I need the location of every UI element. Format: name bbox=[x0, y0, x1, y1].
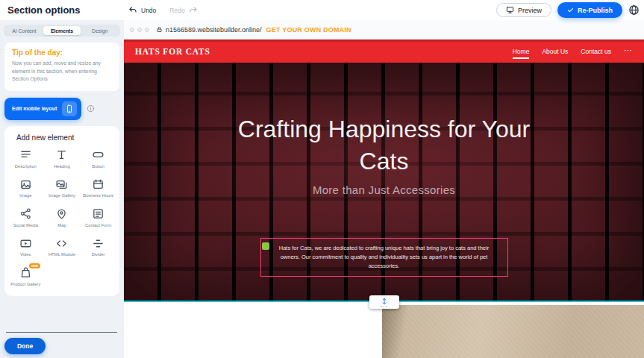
tab-design[interactable]: Design bbox=[81, 26, 119, 35]
element-video[interactable]: Video bbox=[7, 236, 44, 258]
code-icon bbox=[55, 236, 68, 250]
redo-icon[interactable] bbox=[189, 6, 198, 15]
window-dot-icon bbox=[145, 28, 149, 32]
element-grid: Description Heading Button Image bbox=[7, 148, 116, 288]
next-section-image[interactable] bbox=[382, 305, 644, 358]
nav-home[interactable]: Home bbox=[513, 44, 530, 59]
check-icon bbox=[567, 7, 574, 13]
history-controls: Undo Redo bbox=[128, 0, 198, 20]
element-image-gallery[interactable]: Image Gallery bbox=[44, 178, 81, 199]
republish-button[interactable]: Re-Publish bbox=[557, 2, 622, 18]
site-logo[interactable]: HATS FOR CATS bbox=[135, 47, 210, 56]
element-html-module[interactable]: HTML Module bbox=[44, 236, 81, 258]
element-image[interactable]: Image bbox=[7, 178, 44, 199]
globe-icon[interactable] bbox=[628, 4, 640, 16]
done-button[interactable]: Done bbox=[4, 338, 46, 354]
pin-icon bbox=[55, 207, 68, 221]
nav-about[interactable]: About Us bbox=[542, 44, 568, 59]
text-lines-icon bbox=[19, 148, 32, 162]
element-social-media[interactable]: Social Media bbox=[7, 207, 44, 229]
site-header: HATS FOR CATS Home About Us Contact us ⋯ bbox=[124, 40, 644, 63]
site-url: n1566589.websitebuilder.online/ bbox=[166, 26, 262, 34]
resize-arrows-icon bbox=[381, 298, 388, 305]
window-dot-icon bbox=[137, 28, 142, 32]
lock-icon bbox=[156, 26, 163, 33]
preview-button[interactable]: Preview bbox=[496, 3, 551, 17]
topbar: Section options Undo Redo Preview Re-Pub… bbox=[0, 0, 644, 20]
heading-icon bbox=[55, 148, 68, 162]
edit-mobile-layout-button[interactable]: Edit mobile layout bbox=[4, 98, 81, 120]
element-contact-form[interactable]: Contact Form bbox=[80, 207, 116, 229]
window-dot-icon bbox=[130, 28, 134, 32]
phone-icon bbox=[62, 101, 77, 116]
tab-ai-content[interactable]: AI Content bbox=[5, 26, 43, 35]
element-description[interactable]: Description bbox=[7, 148, 44, 170]
site-viewport: HATS FOR CATS Home About Us Contact us ⋯… bbox=[124, 40, 644, 358]
tip-card: Tip of the day: Now you can add, move an… bbox=[4, 43, 119, 91]
tip-body: Now you can add, move and resize any ele… bbox=[12, 60, 112, 84]
mobile-layout-row: Edit mobile layout bbox=[4, 98, 119, 120]
tab-elements[interactable]: Elements bbox=[43, 26, 81, 35]
preview-area: n1566589.websitebuilder.online/ GET YOUR… bbox=[124, 20, 644, 358]
add-element-panel: Add new element Description Heading Butt… bbox=[4, 126, 119, 297]
site-nav: Home About Us Contact us ⋯ bbox=[513, 44, 633, 59]
add-panel-title: Add new element bbox=[16, 134, 116, 142]
hero-paragraph: Hats for Cats, we are dedicated to craft… bbox=[271, 244, 498, 271]
hero-heading[interactable]: Crafting Happiness for Your Cats bbox=[220, 113, 548, 177]
hours-icon bbox=[92, 178, 104, 191]
grip-dots-icon bbox=[381, 306, 387, 307]
element-business-hours[interactable]: Business Hours bbox=[80, 178, 116, 199]
redo-button[interactable]: Redo bbox=[169, 7, 184, 14]
nav-more-icon[interactable]: ⋯ bbox=[624, 45, 633, 57]
edit-mobile-label: Edit mobile layout bbox=[12, 106, 57, 111]
topbar-actions: Preview Re-Publish bbox=[496, 0, 640, 20]
browser-bar: n1566589.websitebuilder.online/ GET YOUR… bbox=[124, 20, 644, 40]
element-heading[interactable]: Heading bbox=[44, 148, 81, 170]
drag-handle-icon[interactable] bbox=[262, 242, 269, 250]
form-icon bbox=[92, 207, 104, 221]
nav-contact[interactable]: Contact us bbox=[581, 44, 611, 59]
share-icon bbox=[19, 207, 32, 221]
preview-label: Preview bbox=[518, 7, 542, 14]
republish-label: Re-Publish bbox=[578, 7, 613, 14]
monitor-icon bbox=[506, 6, 514, 14]
sidebar: AI Content Elements Design Tip of the da… bbox=[0, 20, 124, 358]
info-icon[interactable] bbox=[87, 104, 95, 113]
section-resize-handle[interactable] bbox=[369, 295, 399, 309]
divider-icon bbox=[92, 236, 104, 250]
hero-subheading[interactable]: More than Just Accessories bbox=[313, 183, 455, 196]
image-icon bbox=[19, 178, 32, 191]
element-divider[interactable]: Divider bbox=[80, 236, 116, 258]
tip-title: Tip of the day: bbox=[12, 48, 112, 57]
sidebar-divider bbox=[6, 332, 117, 333]
selected-text-element[interactable]: Hats for Cats, we are dedicated to craft… bbox=[260, 238, 508, 277]
product-gallery-icon: new bbox=[19, 266, 32, 280]
page-title: Section options bbox=[7, 4, 81, 16]
next-section bbox=[124, 302, 644, 358]
element-button[interactable]: Button bbox=[80, 148, 116, 170]
button-icon bbox=[92, 148, 104, 162]
element-map[interactable]: Map bbox=[44, 207, 81, 229]
undo-icon[interactable] bbox=[128, 6, 137, 15]
new-badge: new bbox=[29, 263, 40, 268]
sidebar-tabs: AI Content Elements Design bbox=[4, 25, 120, 37]
video-icon bbox=[19, 236, 32, 250]
element-product-gallery[interactable]: new Product Gallery bbox=[7, 266, 44, 288]
hero-section: Crafting Happiness for Your Cats More th… bbox=[124, 63, 644, 302]
undo-button[interactable]: Undo bbox=[141, 7, 156, 14]
get-domain-link[interactable]: GET YOUR OWN DOMAIN bbox=[266, 26, 351, 34]
gallery-icon bbox=[55, 178, 68, 191]
